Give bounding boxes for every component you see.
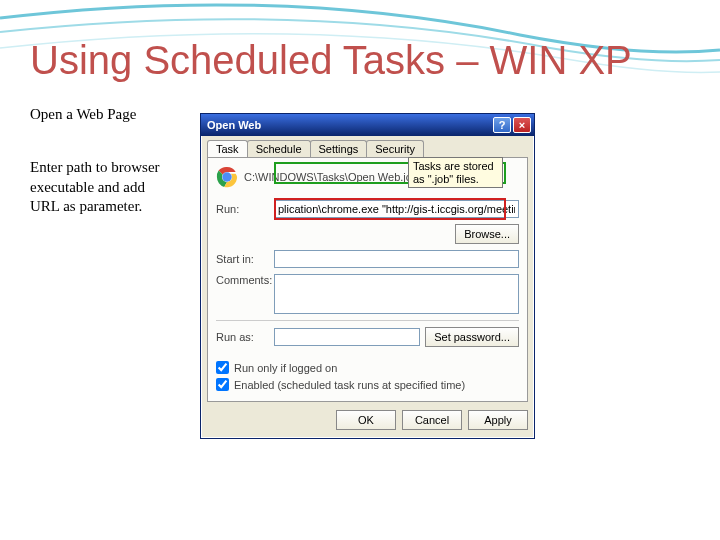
callout-tasks-stored: Tasks are stored as ".job" files. [408,157,503,188]
startin-input[interactable] [274,250,519,268]
run-only-logged-on-label: Run only if logged on [234,362,337,374]
slide-title: Using Scheduled Tasks – WIN XP [30,38,632,83]
comments-label: Comments: [216,274,274,286]
tab-task[interactable]: Task [207,140,248,157]
runas-input[interactable] [274,328,420,346]
enabled-label: Enabled (scheduled task runs at specifie… [234,379,465,391]
button-row: OK Cancel Apply [201,402,534,438]
close-button[interactable]: × [513,117,531,133]
runas-label: Run as: [216,331,274,343]
enabled-checkbox[interactable] [216,378,229,391]
dialog-title: Open Web [207,119,491,131]
titlebar: Open Web ? × [201,114,534,136]
slide-subtitle: Open a Web Page [30,106,136,123]
chrome-icon [216,166,238,188]
help-button[interactable]: ? [493,117,511,133]
set-password-button[interactable]: Set password... [425,327,519,347]
run-label: Run: [216,203,274,215]
startin-label: Start in: [216,253,274,265]
ok-button[interactable]: OK [336,410,396,430]
tab-security[interactable]: Security [366,140,424,157]
slide-instruction: Enter path to browser executable and add… [30,158,160,217]
comments-input[interactable] [274,274,519,314]
task-path-label: C:\WINDOWS\Tasks\Open Web.job [244,171,418,183]
tab-schedule[interactable]: Schedule [247,140,311,157]
apply-button[interactable]: Apply [468,410,528,430]
divider [216,320,519,321]
tab-body: C:\WINDOWS\Tasks\Open Web.job Run: Brows… [207,157,528,402]
tab-settings[interactable]: Settings [310,140,368,157]
browse-button[interactable]: Browse... [455,224,519,244]
run-only-logged-on-checkbox[interactable] [216,361,229,374]
cancel-button[interactable]: Cancel [402,410,462,430]
run-input[interactable] [274,200,519,218]
tabstrip: Task Schedule Settings Security [201,136,534,157]
